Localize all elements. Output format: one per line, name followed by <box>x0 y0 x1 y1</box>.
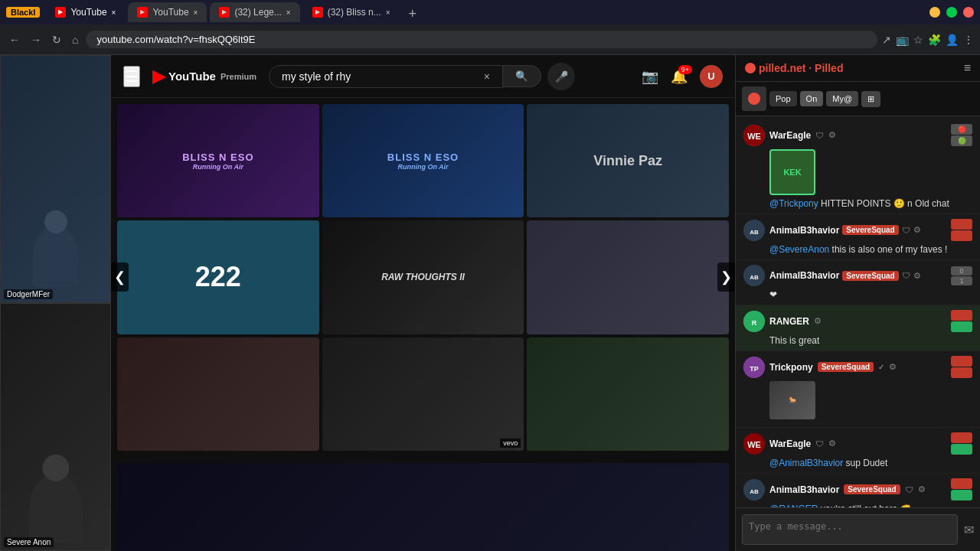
chat-message-4: R RANGER ⚙ This is great <box>736 305 980 351</box>
search-clear-button[interactable]: × <box>484 70 490 83</box>
msg-toggle-group-1: 🔴 🟢 <box>951 124 972 146</box>
thumbnail-image-6 <box>527 220 729 334</box>
thumbnail-item-7[interactable] <box>117 337 319 451</box>
thumbnail-item-3[interactable]: Vinnie Paz <box>527 104 729 217</box>
chat-send-icon[interactable]: ✉ <box>964 523 974 537</box>
msg-username-2: AnimalB3havior <box>769 225 839 236</box>
hamburger-menu-button[interactable]: ☰ <box>123 66 140 87</box>
tab-yt3[interactable]: ▶ (32) Lege... × <box>210 2 299 22</box>
msg-shield-icon-2: 🛡 <box>902 226 910 235</box>
msg-toggle-5 <box>951 356 972 378</box>
forward-button[interactable]: → <box>28 31 44 49</box>
msg-gear-icon-2[interactable]: ⚙ <box>913 225 921 235</box>
msg-user-badge-group-2: AnimalB3havior SevereSquad 🛡 ⚙ <box>769 225 946 236</box>
extensions-icon[interactable]: 🧩 <box>928 34 941 46</box>
thumbnail-item-2[interactable]: BLISS N ESO Running On Air <box>322 104 524 217</box>
thumbnail-item-1[interactable]: BLISS N ESO Running On Air <box>117 104 319 217</box>
msg-avatar-1: WE <box>743 125 765 146</box>
back-button[interactable]: ← <box>6 31 23 49</box>
msg-username-7: AnimalB3havior <box>769 484 839 495</box>
chat-myat-button[interactable]: My@ <box>826 91 858 106</box>
chat-message-2: AB AnimalB3havior SevereSquad 🛡 ⚙ <box>736 214 980 260</box>
close-button[interactable] <box>963 7 974 18</box>
url-bar[interactable] <box>86 31 877 48</box>
chat-logo-button[interactable] <box>742 86 766 111</box>
tab-favicon-yt4: ▶ <box>312 7 323 18</box>
chat-message-6: WE WarEagle 🛡 ⚙ @AnimalB3havior sup Dude… <box>736 428 980 474</box>
search-area: × 🔍 🎤 <box>269 63 575 90</box>
msg-mention-1: @Trickpony <box>769 198 818 209</box>
msg-counter-bot-3: 1 <box>951 276 972 285</box>
msg-body-3: ❤ <box>743 289 972 300</box>
tab-close-yt1[interactable]: × <box>112 8 116 17</box>
msg-header-2: AB AnimalB3havior SevereSquad 🛡 ⚙ <box>743 219 972 241</box>
tab-favicon-yt3: ▶ <box>219 7 230 18</box>
chat-message-3: AB AnimalB3havior SevereSquad 🛡 ⚙ 0 1 ❤ <box>736 260 980 305</box>
chat-pop-button[interactable]: Pop <box>769 91 797 106</box>
chat-on-button[interactable]: On <box>800 91 824 106</box>
msg-gear-icon-7[interactable]: ⚙ <box>918 484 926 494</box>
os-tab-label[interactable]: BlackI <box>6 7 40 18</box>
tab-close-yt2[interactable]: × <box>194 8 198 17</box>
youtube-wordmark: YouTube <box>168 70 216 83</box>
profile-icon[interactable]: 👤 <box>946 34 959 46</box>
maximize-button[interactable] <box>946 7 957 18</box>
msg-gear-icon-5[interactable]: ⚙ <box>889 362 897 372</box>
thumbnail-item-6[interactable] <box>527 220 729 334</box>
window-controls <box>929 7 974 18</box>
voice-search-button[interactable]: 🎤 <box>547 63 575 90</box>
msg-gear-icon-6[interactable]: ⚙ <box>828 439 836 448</box>
search-input[interactable] <box>282 70 484 83</box>
tab-label-yt4: (32) Bliss n... <box>328 7 381 18</box>
minimize-button[interactable] <box>929 7 940 18</box>
msg-gear-icon-1[interactable]: ⚙ <box>828 130 836 140</box>
thumbnail-row-3: vevo <box>117 337 729 451</box>
tab-close-yt3[interactable]: × <box>286 8 291 17</box>
msg-avatar-6: WE <box>743 433 765 455</box>
cast-icon[interactable]: 📺 <box>896 34 909 46</box>
notification-count-badge: 9+ <box>678 65 692 74</box>
thumbnail-image-4: 222 <box>117 220 319 334</box>
search-submit-button[interactable]: 🔍 <box>503 65 541 87</box>
msg-gear-icon-4[interactable]: ⚙ <box>814 316 822 326</box>
new-tab-button[interactable]: + <box>403 6 423 22</box>
tab-close-yt4[interactable]: × <box>386 8 390 17</box>
msg-body-1: @Trickpony HITTEN POINTS 🙂 n Old chat <box>743 198 972 209</box>
main-area: DodgerMFer Severe Anon ☰ ▶ YouTube Premi… <box>0 55 980 551</box>
bookmark-icon[interactable]: ☆ <box>913 34 923 46</box>
msg-username-4: RANGER <box>769 316 809 327</box>
msg-avatar-4: R <box>743 311 765 332</box>
msg-toggle-7 <box>951 478 972 500</box>
carousel-prev-button[interactable]: ❮ <box>111 262 129 292</box>
thumbnail-item-4[interactable]: 222 <box>117 220 319 334</box>
search-bar[interactable]: × <box>269 65 503 88</box>
user-avatar[interactable]: U <box>700 65 723 88</box>
chat-menu-button[interactable]: ≡ <box>964 61 971 75</box>
home-button[interactable]: ⌂ <box>69 31 81 49</box>
chat-input-field[interactable] <box>742 514 958 545</box>
share-page-icon[interactable]: ↗ <box>882 34 891 46</box>
thumbnails-section: ❮ BLISS N ESO Running On Air BLISS N ESO <box>111 98 735 457</box>
more-options-icon[interactable]: ⋮ <box>963 34 974 46</box>
thumbnail-image-2: BLISS N ESO Running On Air <box>322 104 524 217</box>
carousel-next-button[interactable]: ❯ <box>717 262 735 292</box>
chat-toolbar: Pop On My@ ⊞ <box>736 82 980 116</box>
thumbnail-item-5[interactable]: RAW THOUGHTS II <box>322 220 524 334</box>
thumbnail-item-8[interactable]: vevo <box>322 337 524 451</box>
tab-yt4[interactable]: ▶ (32) Bliss n... × <box>303 2 400 22</box>
msg-badge-5: SevereSquad <box>818 362 874 372</box>
tab-yt2[interactable]: ▶ YouTube × <box>128 2 207 22</box>
chat-filter-button[interactable]: ⊞ <box>861 91 880 107</box>
reload-button[interactable]: ↻ <box>49 31 64 49</box>
title-bar-left: BlackI ▶ YouTube × ▶ YouTube × ▶ (32) Le… <box>6 2 423 22</box>
video-player[interactable]: ↺ ⏭ 🔊 3:03 / 3:03 CC ⚙ ⧉ ▭ <box>117 463 729 551</box>
msg-avatar-7: AB <box>743 479 765 500</box>
tab-yt1[interactable]: ▶ YouTube × <box>46 2 125 22</box>
thumbnail-item-9[interactable] <box>527 337 729 451</box>
create-video-button[interactable]: 📷 <box>642 68 658 85</box>
tab-label-yt1: YouTube <box>70 7 106 18</box>
notifications-button[interactable]: 🔔 9+ <box>671 68 688 85</box>
chat-header: pilled.net · Pilled ≡ <box>736 55 980 82</box>
msg-gear-icon-3[interactable]: ⚙ <box>913 271 921 281</box>
svg-text:AB: AB <box>750 229 759 236</box>
